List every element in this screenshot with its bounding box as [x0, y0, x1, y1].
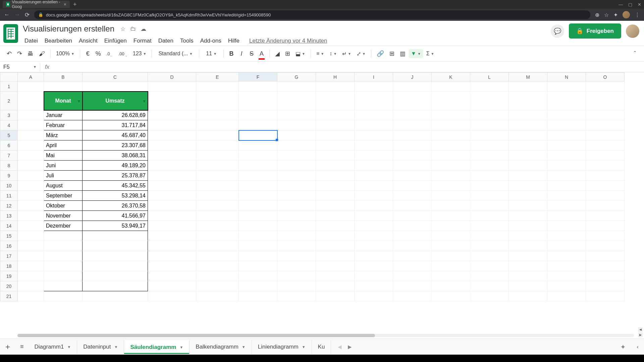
- col-header-F[interactable]: F: [239, 73, 277, 81]
- tab-close-icon[interactable]: ×: [64, 2, 66, 7]
- cell-O12[interactable]: [586, 201, 625, 211]
- cell-C18[interactable]: [83, 261, 148, 271]
- cell-J17[interactable]: [393, 251, 432, 261]
- cell-C9[interactable]: 25.378,87: [83, 171, 148, 181]
- minimize-icon[interactable]: ―: [619, 2, 623, 7]
- cell-A19[interactable]: [18, 271, 44, 281]
- cell-A10[interactable]: [18, 181, 44, 191]
- cell-N4[interactable]: [547, 120, 586, 130]
- cell-G17[interactable]: [277, 251, 316, 261]
- cell-F6[interactable]: [239, 140, 277, 150]
- cell-B2[interactable]: Monat▾: [44, 92, 83, 110]
- cell-L11[interactable]: [470, 191, 509, 201]
- cell-N3[interactable]: [547, 110, 586, 120]
- cell-L3[interactable]: [470, 110, 509, 120]
- cell-H10[interactable]: [316, 181, 355, 191]
- cell-D3[interactable]: [148, 110, 196, 120]
- cell-D10[interactable]: [148, 181, 196, 191]
- cell-N12[interactable]: [547, 201, 586, 211]
- cell-G15[interactable]: [277, 231, 316, 241]
- insert-comment-button[interactable]: ⊞: [387, 48, 396, 59]
- row-header-12[interactable]: 12: [0, 201, 18, 211]
- cell-O10[interactable]: [586, 181, 625, 191]
- bold-button[interactable]: B: [227, 48, 236, 59]
- cell-J19[interactable]: [393, 271, 432, 281]
- cell-A4[interactable]: [18, 120, 44, 130]
- cell-F20[interactable]: [239, 281, 277, 291]
- sheet-tab-2[interactable]: Säulendiagramm▼: [124, 340, 190, 354]
- cell-G10[interactable]: [277, 181, 316, 191]
- cell-K20[interactable]: [432, 281, 470, 291]
- last-edit-link[interactable]: Letzte Änderung vor 4 Minuten: [247, 36, 330, 46]
- sheet-tab-menu-icon[interactable]: ▼: [179, 345, 183, 349]
- cell-B13[interactable]: November: [44, 211, 83, 221]
- cell-J9[interactable]: [393, 171, 432, 181]
- close-window-icon[interactable]: ✕: [638, 2, 641, 7]
- cell-M14[interactable]: [509, 221, 547, 231]
- cell-M5[interactable]: [509, 130, 547, 140]
- cell-D17[interactable]: [148, 251, 196, 261]
- cell-J4[interactable]: [393, 120, 432, 130]
- cell-D6[interactable]: [148, 140, 196, 150]
- cell-B6[interactable]: April: [44, 140, 83, 150]
- cell-E7[interactable]: [196, 150, 239, 161]
- cell-L8[interactable]: [470, 161, 509, 171]
- cell-K1[interactable]: [432, 81, 470, 92]
- cell-B11[interactable]: September: [44, 191, 83, 201]
- cell-B9[interactable]: Juli: [44, 171, 83, 181]
- cell-A3[interactable]: [18, 110, 44, 120]
- cell-J10[interactable]: [393, 181, 432, 191]
- row-header-20[interactable]: 20: [0, 281, 18, 291]
- cell-B7[interactable]: Mai: [44, 150, 83, 161]
- cell-K5[interactable]: [432, 130, 470, 140]
- name-box[interactable]: F5▼: [0, 63, 40, 71]
- toolbar-expand-button[interactable]: ˆ: [631, 48, 639, 59]
- number-format-select[interactable]: 123▼: [131, 49, 149, 58]
- font-select[interactable]: Standard (...▼: [155, 49, 196, 58]
- cell-G9[interactable]: [277, 171, 316, 181]
- insert-chart-button[interactable]: ▥: [398, 48, 408, 59]
- cell-O5[interactable]: [586, 130, 625, 140]
- strikethrough-button[interactable]: S: [247, 48, 256, 59]
- cell-I2[interactable]: [355, 92, 393, 110]
- cell-H7[interactable]: [316, 150, 355, 161]
- cell-B15[interactable]: [44, 231, 83, 241]
- cell-J20[interactable]: [393, 281, 432, 291]
- increase-decimal-button[interactable]: .00→: [116, 48, 129, 60]
- cell-C1[interactable]: [83, 81, 148, 92]
- cell-C16[interactable]: [83, 241, 148, 251]
- cell-G21[interactable]: [277, 291, 316, 301]
- cell-A20[interactable]: [18, 281, 44, 291]
- cell-F4[interactable]: [239, 120, 277, 130]
- cell-E16[interactable]: [196, 241, 239, 251]
- italic-button[interactable]: I: [237, 48, 246, 59]
- cell-M18[interactable]: [509, 261, 547, 271]
- cell-F17[interactable]: [239, 251, 277, 261]
- cell-I10[interactable]: [355, 181, 393, 191]
- col-header-J[interactable]: J: [393, 73, 432, 81]
- cell-M20[interactable]: [509, 281, 547, 291]
- cell-K7[interactable]: [432, 150, 470, 161]
- cell-D9[interactable]: [148, 171, 196, 181]
- cell-F9[interactable]: [239, 171, 277, 181]
- cell-I5[interactable]: [355, 130, 393, 140]
- cell-G3[interactable]: [277, 110, 316, 120]
- cell-E20[interactable]: [196, 281, 239, 291]
- cell-F1[interactable]: [239, 81, 277, 92]
- cell-M15[interactable]: [509, 231, 547, 241]
- cell-E5[interactable]: [196, 130, 239, 140]
- cell-F8[interactable]: [239, 161, 277, 171]
- menu-format[interactable]: Format: [130, 36, 155, 46]
- col-header-E[interactable]: E: [196, 73, 239, 81]
- cell-B3[interactable]: Januar: [44, 110, 83, 120]
- undo-button[interactable]: ↶: [5, 48, 14, 59]
- cell-D4[interactable]: [148, 120, 196, 130]
- cell-O19[interactable]: [586, 271, 625, 281]
- col-header-H[interactable]: H: [316, 73, 355, 81]
- row-header-21[interactable]: 21: [0, 291, 18, 301]
- back-button[interactable]: ←: [4, 11, 10, 18]
- cell-J8[interactable]: [393, 161, 432, 171]
- cell-M6[interactable]: [509, 140, 547, 150]
- cell-G18[interactable]: [277, 261, 316, 271]
- cell-A9[interactable]: [18, 171, 44, 181]
